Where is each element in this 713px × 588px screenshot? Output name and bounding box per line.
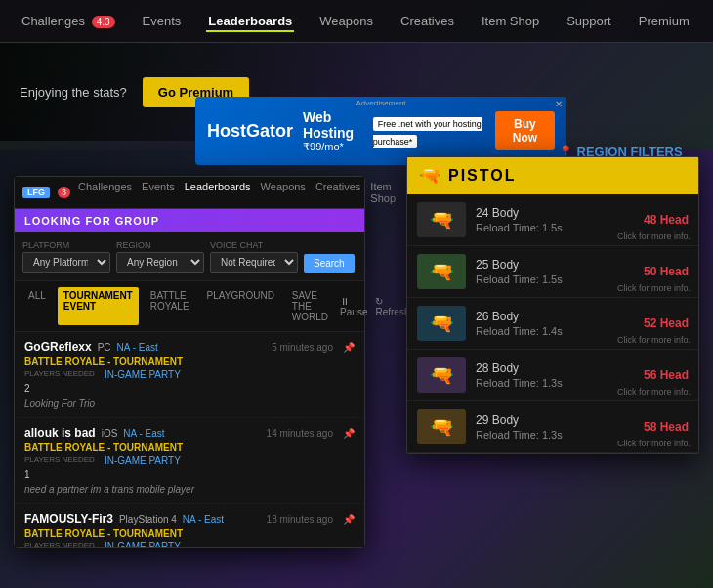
lfg-platform-label: PLATFORM — [22, 240, 110, 250]
lfg-nav-leaderboards[interactable]: Leaderboards — [185, 181, 251, 204]
pistol-reload-2: Reload Time: 1.5s — [476, 273, 634, 285]
nav-leaderboards[interactable]: Leaderboards — [206, 10, 294, 32]
pistol-body-2: 25 Body — [476, 258, 634, 272]
lfg-time: 14 minutes ago — [267, 428, 333, 439]
ad-banner: Advertisement HostGator Web Hosting ₹99/… — [195, 97, 566, 165]
lfg-entry[interactable]: FAMOUSLY-Fir3 PlayStation 4 NA - East 18… — [15, 504, 364, 547]
pistol-reload-1: Reload Time: 1.5s — [476, 222, 634, 233]
ad-label: Advertisement — [356, 99, 405, 107]
ad-price: ₹99/mo* — [303, 141, 363, 153]
pistol-row[interactable]: 🔫 26 Body Reload Time: 1.4s 52 Head Clic… — [407, 298, 698, 350]
lfg-username: GoGReflexx — [24, 340, 92, 354]
lfg-badge-num: 3 — [58, 187, 70, 198]
click-info-4: Click for more info. — [617, 387, 691, 397]
lfg-mode-tabs: ALL TOURNAMENT EVENT BATTLE ROYALE PLAYG… — [15, 281, 364, 332]
refresh-button[interactable]: ↻ Refresh — [375, 296, 409, 317]
click-info-2: Click for more info. — [617, 283, 691, 293]
lfg-voice-select[interactable]: Not Required Required In-Game Party — [210, 252, 298, 273]
lfg-time: 18 minutes ago — [267, 514, 333, 525]
pistol-stats-3: 26 Body Reload Time: 1.4s — [476, 310, 634, 337]
lfg-region: NA - East — [117, 342, 158, 353]
click-info-5: Click for more info. — [617, 439, 691, 448]
pistol-image-2: 🔫 — [417, 254, 466, 289]
nav-weapons[interactable]: Weapons — [317, 10, 375, 32]
lfg-search-button[interactable]: Search — [304, 254, 355, 273]
lfg-platform: PC — [98, 342, 111, 353]
nav-item-shop[interactable]: Item Shop — [480, 10, 541, 32]
lfg-voice: IN-GAME PARTY — [105, 541, 181, 547]
nav-creatives[interactable]: Creatives — [398, 10, 456, 32]
mode-tab-battle-royale[interactable]: BATTLE ROYALE — [145, 287, 195, 325]
pistol-head-2: 50 Head — [644, 265, 689, 278]
lfg-window: LFG 3 Challenges Events Leaderboards Wea… — [14, 176, 365, 548]
lfg-actions: ⏸ Pause ↻ Refresh — [340, 287, 409, 325]
lfg-entry[interactable]: allouk is bad iOS NA - East 14 minutes a… — [15, 418, 364, 504]
pistol-body-4: 28 Body — [476, 361, 634, 375]
ad-close-button[interactable]: ✕ — [555, 99, 563, 109]
lfg-region-select[interactable]: Any Region NA - East NA - West EU — [116, 252, 204, 273]
ad-free-net: Free .net with your hosting purchase* — [373, 117, 482, 148]
lfg-title: LOOKING FOR GROUP — [15, 209, 364, 232]
nav-events[interactable]: Events — [141, 10, 184, 32]
lfg-voice: IN-GAME PARTY — [105, 369, 181, 396]
nav-challenges[interactable]: Challenges 4.3 — [20, 10, 117, 32]
pistol-row[interactable]: 🔫 24 Body Reload Time: 1.5s 48 Head Clic… — [407, 194, 698, 246]
hero-text: Enjoying the stats? — [20, 85, 127, 100]
mode-tab-all[interactable]: ALL — [22, 287, 52, 325]
mode-tab-playground[interactable]: PLAYGROUND — [201, 287, 280, 325]
lfg-activity: BATTLE ROYALE - TOURNAMENT — [24, 357, 355, 367]
click-info-1: Click for more info. — [617, 231, 691, 241]
lfg-region: NA - East — [183, 514, 224, 525]
pin-icon: 📌 — [343, 342, 355, 353]
pistol-stats-4: 28 Body Reload Time: 1.3s — [476, 361, 634, 389]
lfg-platform: PlayStation 4 — [119, 514, 177, 525]
challenges-badge: 4.3 — [92, 16, 115, 28]
pistol-head-5: 58 Head — [644, 420, 689, 434]
pistol-head-3: 52 Head — [644, 316, 689, 330]
lfg-activity: BATTLE ROYALE - TOURNAMENT — [24, 442, 355, 453]
click-info-3: Click for more info. — [617, 335, 691, 345]
lfg-region-label: REGION — [116, 240, 204, 250]
pistol-image-5: 🔫 — [417, 409, 466, 444]
pistol-row[interactable]: 🔫 25 Body Reload Time: 1.5s 50 Head Clic… — [407, 246, 698, 298]
pin-icon: 📌 — [343, 428, 355, 439]
mode-tab-save-world[interactable]: SAVE THE WORLD — [286, 287, 334, 325]
pistol-header: 🔫 PISTOL — [407, 157, 698, 194]
navbar: Challenges 4.3 Events Leaderboards Weapo… — [0, 0, 713, 43]
lfg-nav-creatives[interactable]: Creatives — [315, 181, 360, 204]
lfg-nav-item-shop[interactable]: Item Shop — [370, 181, 396, 204]
pause-button[interactable]: ⏸ Pause — [340, 296, 367, 317]
lfg-nav-challenges[interactable]: Challenges — [78, 181, 132, 204]
pistol-stats-1: 24 Body Reload Time: 1.5s — [476, 206, 634, 233]
lfg-username: allouk is bad — [24, 426, 96, 440]
lfg-entry[interactable]: GoGReflexx PC NA - East 5 minutes ago 📌 … — [15, 332, 364, 418]
mode-tab-tournament[interactable]: TOURNAMENT EVENT — [58, 287, 139, 325]
pistol-stats-5: 29 Body Reload Time: 1.3s — [476, 413, 634, 441]
lfg-nav-weapons[interactable]: Weapons — [261, 181, 306, 204]
ad-tagline: Web Hosting — [303, 109, 363, 141]
pistol-body-1: 24 Body — [476, 206, 634, 220]
nav-premium[interactable]: Premium — [637, 10, 692, 32]
lfg-platform: iOS — [102, 428, 118, 439]
nav-support[interactable]: Support — [565, 10, 613, 32]
pistol-head-4: 56 Head — [644, 368, 689, 382]
lfg-username: FAMOUSLY-Fir3 — [24, 512, 113, 525]
lfg-message: need a partner im a trans mobile player — [24, 484, 355, 495]
pistol-reload-4: Reload Time: 1.3s — [476, 377, 634, 389]
lfg-platform-select[interactable]: Any Platform PC Console Mobile — [22, 252, 110, 273]
lfg-entry-list: GoGReflexx PC NA - East 5 minutes ago 📌 … — [15, 332, 364, 547]
hero-area: Enjoying the stats? Go Premium Advertise… — [0, 43, 713, 141]
pin-icon: 📌 — [343, 514, 355, 525]
pistol-title: PISTOL — [448, 167, 517, 185]
pistol-row[interactable]: 🔫 29 Body Reload Time: 1.3s 58 Head Clic… — [407, 401, 698, 453]
pistol-head-1: 48 Head — [644, 213, 689, 227]
lfg-voice: IN-GAME PARTY — [105, 455, 181, 482]
lfg-nav: Challenges Events Leaderboards Weapons C… — [78, 181, 396, 204]
pistol-window: 🔫 PISTOL 🔫 24 Body Reload Time: 1.5s 48 … — [406, 156, 699, 454]
lfg-voice-label: VOICE CHAT — [210, 240, 298, 250]
lfg-nav-events[interactable]: Events — [142, 181, 175, 204]
lfg-badge: LFG — [22, 187, 50, 198]
ad-buy-button[interactable]: Buy Now — [495, 111, 555, 150]
ad-brand: HostGator — [207, 121, 293, 142]
pistol-row[interactable]: 🔫 28 Body Reload Time: 1.3s 56 Head Clic… — [407, 350, 698, 401]
